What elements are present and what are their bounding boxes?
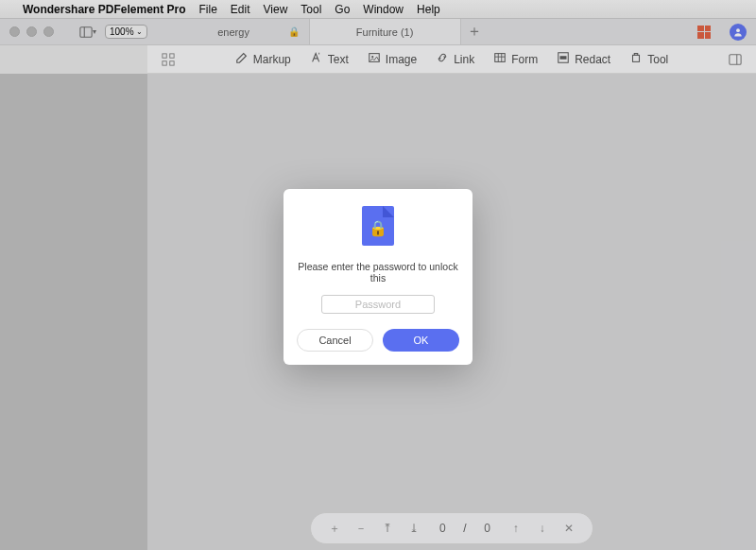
locked-document-icon: 🔒	[362, 206, 394, 246]
lock-icon: 🔒	[369, 219, 387, 237]
modal-overlay: 🔒 Please enter the password to unlock th…	[0, 0, 756, 550]
modal-message: Please enter the password to unlock this	[297, 261, 459, 284]
password-modal: 🔒 Please enter the password to unlock th…	[284, 189, 472, 365]
ok-button[interactable]: OK	[383, 329, 459, 352]
cancel-button[interactable]: Cancel	[297, 329, 373, 352]
password-input[interactable]	[321, 295, 435, 314]
